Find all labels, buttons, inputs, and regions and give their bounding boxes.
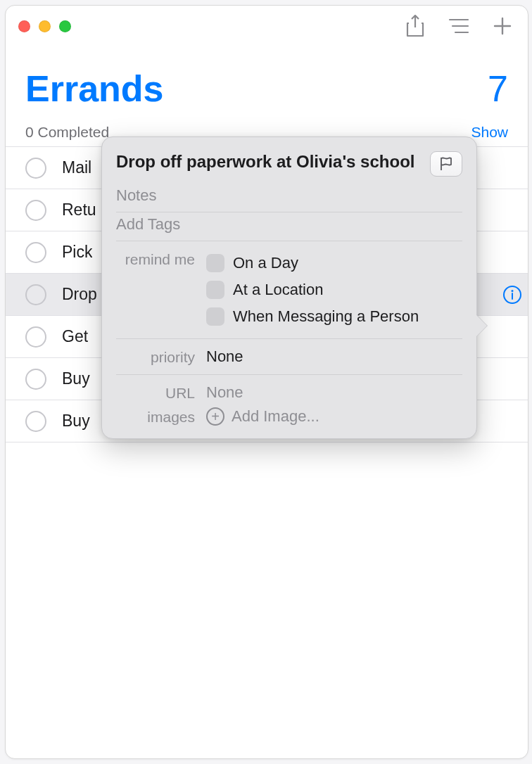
complete-toggle[interactable] — [25, 158, 46, 179]
list-title: Errands — [25, 68, 164, 110]
complete-toggle[interactable] — [25, 411, 46, 432]
priority-label: priority — [116, 348, 206, 366]
reminder-title: Retu — [62, 200, 96, 219]
checkbox-icon — [206, 281, 224, 299]
reminder-title: Get — [62, 327, 88, 346]
reminder-title: Buy — [62, 369, 90, 388]
plus-icon — [493, 17, 512, 35]
tags-field[interactable]: Add Tags — [102, 212, 476, 241]
checkbox-icon — [206, 307, 224, 326]
reminder-title: Pick — [62, 243, 92, 262]
option-label: At a Location — [233, 281, 323, 299]
url-label: URL — [116, 383, 206, 402]
traffic-lights — [18, 20, 71, 32]
reminder-title: Mail — [62, 158, 91, 177]
complete-toggle[interactable] — [25, 326, 46, 348]
url-row[interactable]: URL None — [102, 375, 476, 405]
images-content: + Add Image... — [206, 407, 462, 426]
complete-toggle[interactable] — [25, 369, 46, 390]
checkbox-icon — [206, 254, 224, 272]
show-completed-button[interactable]: Show — [471, 124, 508, 141]
toolbar — [403, 6, 515, 46]
app-window: Errands 7 0 Completed Show Mail Retu Pic… — [5, 5, 528, 759]
list-header: Errands 7 — [6, 46, 528, 117]
list-icon — [448, 18, 469, 34]
reminder-title: Drop — [62, 285, 97, 304]
share-button[interactable] — [403, 13, 428, 39]
add-button[interactable] — [490, 13, 515, 39]
priority-row[interactable]: priority None — [102, 339, 476, 374]
add-image-label: Add Image... — [232, 407, 319, 426]
popover-header: Drop off paperwork at Olivia's school — [102, 137, 476, 184]
priority-value: None — [206, 348, 462, 366]
share-icon — [406, 15, 424, 37]
completed-count: 0 Completed — [25, 124, 109, 141]
close-window-button[interactable] — [18, 20, 30, 32]
images-label: images — [116, 407, 206, 426]
flag-button[interactable] — [430, 151, 462, 177]
minimize-window-button[interactable] — [39, 20, 51, 32]
details-popover: Drop off paperwork at Olivia's school No… — [101, 136, 477, 439]
add-image-button[interactable]: + Add Image... — [206, 407, 462, 426]
remind-when-messaging[interactable]: When Messaging a Person — [206, 303, 462, 330]
remind-row: remind me On a Day At a Location When Me… — [102, 241, 476, 338]
complete-toggle[interactable] — [25, 242, 46, 263]
remind-at-location[interactable]: At a Location — [206, 276, 462, 303]
complete-toggle[interactable] — [25, 284, 46, 305]
flag-icon — [438, 156, 454, 172]
info-icon — [502, 285, 522, 305]
complete-toggle[interactable] — [25, 200, 46, 221]
titlebar — [6, 6, 528, 46]
info-button[interactable] — [502, 285, 522, 305]
remind-options: On a Day At a Location When Messaging a … — [206, 250, 462, 330]
notes-field[interactable]: Notes — [102, 184, 476, 212]
option-label: When Messaging a Person — [233, 307, 419, 326]
maximize-window-button[interactable] — [59, 20, 71, 32]
svg-point-6 — [512, 290, 514, 292]
remind-on-day[interactable]: On a Day — [206, 250, 462, 276]
plus-circle-icon: + — [206, 407, 224, 426]
reminder-title: Buy — [62, 412, 90, 431]
option-label: On a Day — [233, 254, 298, 272]
remind-label: remind me — [116, 250, 206, 268]
popover-title[interactable]: Drop off paperwork at Olivia's school — [116, 151, 420, 172]
view-button[interactable] — [446, 13, 471, 39]
url-value: None — [206, 383, 462, 402]
images-row: images + Add Image... — [102, 405, 476, 434]
list-count: 7 — [488, 68, 508, 110]
